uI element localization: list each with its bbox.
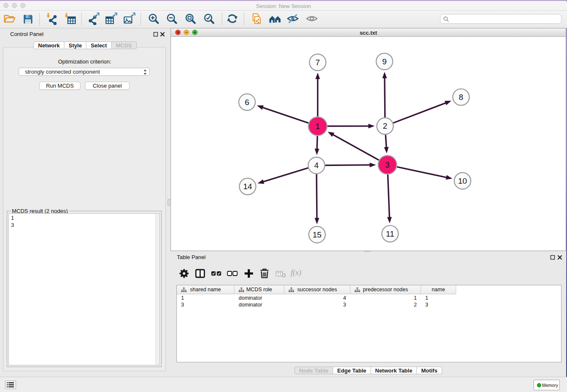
main-toolbar [0,11,567,28]
table-options-icon[interactable] [178,268,190,279]
export-table-icon[interactable] [105,12,117,25]
mcds-result-text[interactable]: 1 3 [8,213,160,365]
float-panel-icon[interactable] [153,32,158,37]
import-table-icon[interactable] [64,12,77,25]
edge-3-11[interactable] [388,174,389,218]
column-header-MCDS-role[interactable]: MCDS role [234,285,284,294]
table-cell[interactable]: 3 [289,301,346,308]
select-all-icon[interactable] [210,268,222,279]
edge-arrowhead [315,149,319,155]
edge-arrowhead [387,217,392,223]
toolbar-separator [222,13,222,25]
graph-node-label: 3 [385,160,390,169]
graph-node-label: 10 [458,177,467,185]
float-table-panel-icon[interactable] [550,255,555,260]
delete-row-icon[interactable] [259,268,270,279]
memory-button[interactable]: Memory [534,380,560,390]
network-canvas[interactable]: 7968124314101511 [171,37,566,251]
graph-node-label: 1 [316,122,320,131]
toolbar-separator [244,13,244,25]
export-network-icon[interactable] [87,12,99,25]
memory-status-icon [537,383,541,387]
edge-arrowhead [446,175,452,180]
tab-mcds[interactable]: MCDS [112,41,137,49]
zoom-in-icon[interactable] [147,12,160,25]
table-tab-edge-table[interactable]: Edge Table [333,367,371,374]
toolbar-separator [81,13,82,25]
close-panel-icon[interactable] [160,32,165,37]
tab-style[interactable]: Style [64,41,86,49]
edge-1-6[interactable] [261,107,308,123]
edge-arrowhead [314,218,319,224]
run-mcds-button[interactable]: Run MCDS [39,82,80,90]
criterion-dropdown[interactable]: strongly connected component [19,68,150,76]
table-panel-title: Table Panel [177,254,206,260]
graph-node-label: 9 [382,57,387,66]
search-input[interactable] [440,14,561,24]
graph-node-label: 4 [314,161,319,170]
save-session-icon[interactable] [22,12,34,25]
table-cell[interactable]: 1 [425,295,452,301]
toolbar-separator [140,13,141,25]
show-all-icon[interactable] [306,12,318,25]
import-network-icon[interactable] [46,12,58,25]
tab-network[interactable]: Network [33,41,64,49]
table-cell[interactable]: dominator [239,301,280,308]
edge-3-10[interactable] [397,167,447,177]
close-table-panel-icon[interactable] [557,255,562,260]
edge-3-1[interactable] [332,134,379,160]
edge-arrowhead [315,73,320,79]
zoom-selected-icon[interactable] [203,12,215,25]
maximize-view-button[interactable] [192,30,198,35]
table-tab-node-table[interactable]: Node Table [295,367,333,374]
column-header-label: predecessor nodes [350,287,421,293]
tab-select[interactable]: Select [86,41,111,49]
close-view-button[interactable] [175,30,181,35]
table-cell[interactable]: 4 [289,295,346,301]
deselect-all-icon[interactable] [226,268,238,279]
table-cell[interactable]: 3 [425,301,452,308]
edge-arrowhead [382,72,387,78]
export-image-icon[interactable] [123,12,135,25]
column-header-shared-name[interactable]: shared name [177,285,234,294]
zoom-fit-icon[interactable] [184,12,197,25]
column-header-name[interactable]: name [421,285,456,294]
edge-4-3[interactable] [325,165,371,166]
hide-selected-icon[interactable] [286,12,299,25]
table-cell[interactable]: 2 [355,301,417,308]
edge-2-8[interactable] [393,102,446,123]
edge-2-9[interactable] [385,77,385,118]
minimize-view-button[interactable] [184,30,189,35]
table-tab-motifs[interactable]: Motifs [417,367,442,374]
table-cell[interactable]: 1 [355,295,417,301]
task-history-button[interactable] [5,381,16,389]
mcds-result-group: MCDS result (2 nodes) 1 3 [7,211,162,367]
table-tab-network-table[interactable]: Network Table [371,367,417,374]
refresh-view-icon[interactable] [226,12,239,25]
edge-4-15[interactable] [317,174,317,219]
app-title: Session: New Session [0,3,567,9]
dropdown-arrows-icon [143,69,148,76]
column-manager-icon[interactable] [194,268,206,279]
network-window-titlebar: scc.txt [171,28,566,37]
graph-node-label: 14 [243,182,253,191]
edge-1-4[interactable] [317,136,317,150]
column-header-successor-nodes[interactable]: successor nodes [284,285,350,294]
graph-node-label: 8 [459,93,463,102]
zoom-out-icon[interactable] [165,12,178,25]
table-cell[interactable]: 3 [181,301,230,308]
open-file-icon[interactable] [3,12,16,25]
node-table[interactable]: shared nameMCDS rolesuccessor nodesprede… [176,285,561,362]
column-header-predecessor-nodes[interactable]: predecessor nodes [350,285,421,294]
column-header-label: shared name [177,287,234,293]
result-scrollbar[interactable] [155,214,160,365]
add-row-icon[interactable] [243,268,255,279]
table-cell[interactable]: dominator [239,295,280,301]
edge-4-14[interactable] [262,168,308,182]
edge-2-3[interactable] [385,135,386,148]
clone-network-icon[interactable] [250,12,262,25]
destroy-table-icon [275,268,287,279]
table-cell[interactable]: 1 [181,295,230,301]
close-panel-button[interactable]: Close panel [85,82,129,90]
first-neighbors-icon[interactable] [269,12,281,25]
